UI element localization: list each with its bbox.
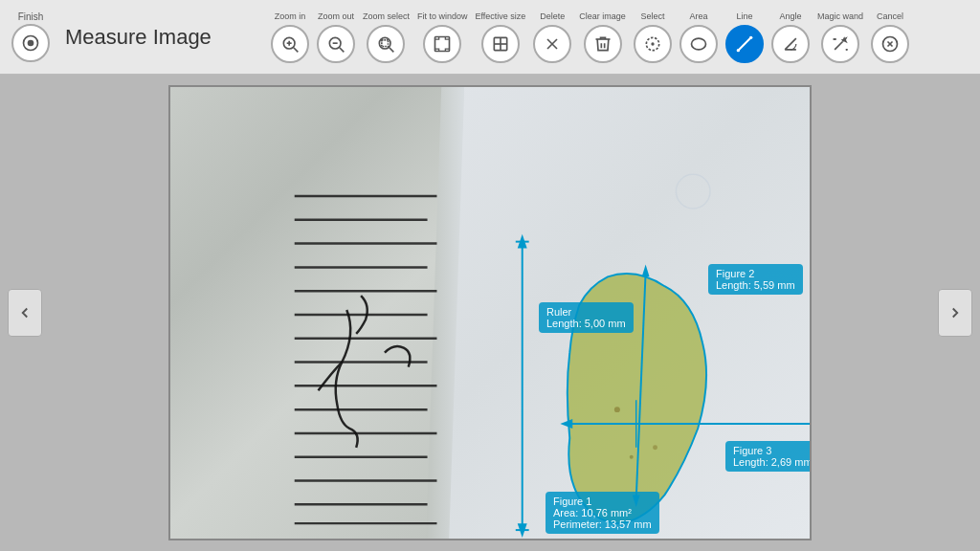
tool-zoom-out: Zoom out: [317, 11, 355, 63]
effective-size-label: Effective size: [476, 11, 526, 21]
svg-point-1: [28, 40, 34, 47]
tool-fit-window: Fit to window: [417, 11, 468, 63]
tool-line: Line: [725, 11, 764, 63]
zoom-in-label: Zoom in: [275, 11, 306, 21]
effective-size-button[interactable]: [481, 25, 520, 63]
zoom-out-button[interactable]: [317, 25, 355, 63]
angle-label: Angle: [779, 11, 801, 21]
main-content: Ruler Length: 5,00 mm Figure 1 Area: 10,…: [0, 75, 980, 551]
svg-line-3: [294, 47, 299, 52]
toolbar-tools: Zoom in Zoom out Zoom select: [212, 11, 969, 63]
line-button[interactable]: [725, 25, 764, 63]
clear-image-label: Clear image: [579, 11, 626, 21]
right-area-bg: [445, 87, 810, 539]
line-label: Line: [736, 11, 752, 21]
svg-line-10: [390, 47, 394, 52]
svg-rect-11: [382, 39, 389, 46]
tool-area: Area: [679, 11, 718, 63]
area-button[interactable]: [679, 25, 718, 63]
angle-button[interactable]: [771, 25, 810, 63]
delete-button[interactable]: [533, 25, 571, 63]
tool-zoom-in: Zoom in: [271, 11, 309, 63]
zoom-select-button[interactable]: [367, 25, 405, 63]
svg-point-22: [737, 49, 740, 52]
svg-line-24: [835, 41, 842, 49]
nav-next-button[interactable]: [938, 289, 972, 337]
svg-point-23: [749, 35, 752, 38]
select-label: Select: [640, 11, 664, 21]
image-canvas[interactable]: Ruler Length: 5,00 mm Figure 1 Area: 10,…: [168, 85, 812, 540]
zoom-in-button[interactable]: [271, 25, 309, 63]
svg-line-21: [738, 37, 750, 50]
area-label: Area: [689, 11, 707, 21]
tool-zoom-select: Zoom select: [363, 11, 410, 63]
tool-angle: Angle: [771, 11, 810, 63]
toolbar: Finish Measure Image Zoom in Zoom out: [0, 0, 980, 75]
clear-image-button[interactable]: [584, 25, 622, 63]
fit-window-label: Fit to window: [417, 11, 468, 21]
tool-cancel: Cancel: [871, 11, 909, 63]
app-title: Measure Image: [65, 25, 212, 50]
zoom-out-label: Zoom out: [318, 11, 354, 21]
app-title-area: Finish Measure Image: [11, 11, 212, 62]
cancel-label: Cancel: [877, 11, 903, 21]
select-button[interactable]: [634, 25, 672, 63]
fit-window-button[interactable]: [423, 25, 461, 63]
svg-line-7: [340, 47, 345, 52]
magic-wand-label: Magic wand: [817, 11, 863, 21]
svg-point-20: [691, 38, 705, 50]
tool-select: Select: [634, 11, 672, 63]
finish-icon[interactable]: [11, 24, 50, 62]
tool-delete: Delete: [533, 11, 571, 63]
delete-label: Delete: [540, 11, 565, 21]
magic-wand-button[interactable]: [821, 25, 859, 63]
tool-clear-image: Clear image: [579, 11, 626, 63]
svg-point-19: [651, 42, 654, 45]
finish-label: Finish: [18, 11, 44, 22]
finish-button[interactable]: Finish: [11, 11, 50, 62]
tool-effective-size: Effective size: [476, 11, 526, 63]
cancel-button[interactable]: [871, 25, 909, 63]
zoom-select-label: Zoom select: [363, 11, 410, 21]
ruler-area-bg: [170, 87, 445, 539]
nav-prev-button[interactable]: [8, 289, 42, 337]
tool-magic-wand: Magic wand: [817, 11, 863, 63]
